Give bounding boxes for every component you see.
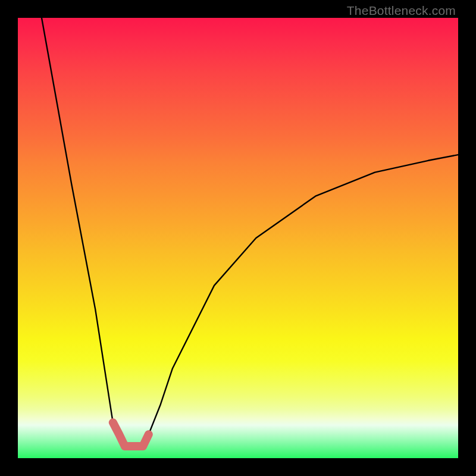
curve-svg	[18, 18, 458, 458]
outer-frame: TheBottleneck.com	[0, 0, 476, 476]
highlight-segment	[113, 422, 149, 446]
watermark-text: TheBottleneck.com	[347, 4, 456, 18]
bottleneck-curve	[42, 18, 458, 446]
plot-area	[18, 18, 458, 458]
